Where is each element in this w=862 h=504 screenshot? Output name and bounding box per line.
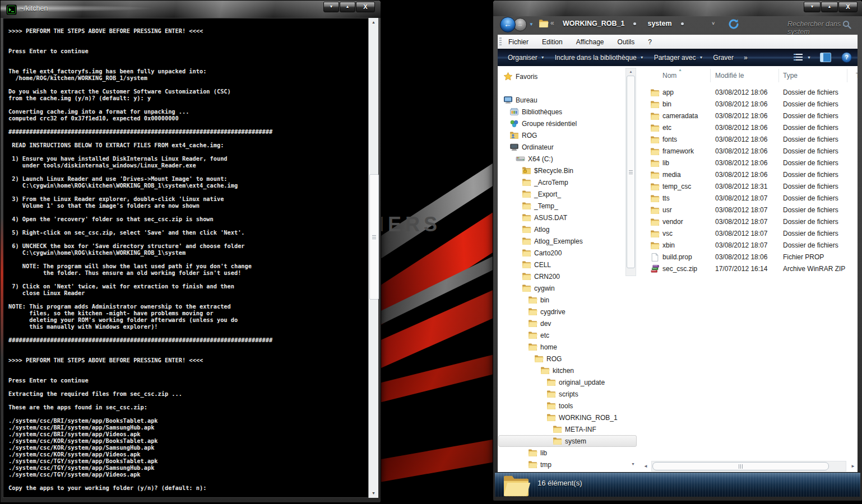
- horizontal-scrollbar[interactable]: ◄ ►: [643, 461, 855, 471]
- tree-item-ordinateur[interactable]: Ordinateur: [498, 141, 624, 153]
- column-header-modified[interactable]: Modifié le: [715, 72, 744, 80]
- preview-pane-icon[interactable]: [820, 53, 831, 62]
- column-separator[interactable]: [778, 69, 779, 82]
- tree-item-cell[interactable]: CELL: [498, 259, 624, 270]
- column-separator[interactable]: [710, 69, 711, 82]
- scroll-down-icon[interactable]: ▼: [369, 489, 378, 498]
- breadcrumb-separator-icon[interactable]: [681, 22, 684, 25]
- tree-item-bin[interactable]: bin: [498, 294, 624, 306]
- tree-item-tools[interactable]: tools: [498, 400, 624, 412]
- menu-item-edition[interactable]: Edition: [535, 38, 569, 46]
- tree-item-atlog-exemples[interactable]: Atlog_Exemples: [498, 235, 624, 247]
- tree-item-lib[interactable]: lib: [498, 447, 624, 459]
- tree-item-groupe-r-sidentiel[interactable]: Groupe résidentiel: [498, 118, 624, 129]
- close-button[interactable]: X: [838, 2, 858, 12]
- tree-item-etc[interactable]: etc: [498, 329, 624, 341]
- column-header-name[interactable]: Nom: [662, 72, 676, 80]
- refresh-icon[interactable]: [727, 18, 740, 32]
- tree-item-cygdrive[interactable]: cygdrive: [498, 306, 624, 318]
- address-dropdown-icon[interactable]: ˅: [712, 21, 715, 26]
- file-row-vendor[interactable]: vendor03/08/2012 18:07Dossier de fichier…: [643, 216, 858, 228]
- tree-item-x64-c-[interactable]: X64 (C:): [498, 153, 624, 165]
- file-row-xbin[interactable]: xbin03/08/2012 18:07Dossier de fichiers: [643, 240, 858, 251]
- scroll-up-icon[interactable]: ▲: [626, 67, 636, 76]
- horizontal-scrollbar-track[interactable]: [651, 461, 846, 472]
- terminal-screen[interactable]: >>>> PERFORM THE STEPS ABOVE BEFORE PRES…: [3, 18, 369, 498]
- file-row-bin[interactable]: bin03/08/2012 18:06Dossier de fichiers: [643, 99, 858, 110]
- scroll-right-icon[interactable]: ►: [851, 464, 855, 469]
- tree-scrollbar-thumb[interactable]: [627, 76, 635, 268]
- scroll-down-icon[interactable]: ▼: [631, 462, 635, 466]
- file-row-tts[interactable]: tts03/08/2012 18:07Dossier de fichiers: [643, 193, 858, 204]
- file-row-temp-csc[interactable]: temp_csc03/08/2012 18:31Dossier de fichi…: [643, 181, 858, 193]
- breadcrumb-separator-icon[interactable]: [633, 22, 636, 25]
- tree-item--recycle-bin[interactable]: $Recycle.Bin: [498, 165, 624, 176]
- file-row-media[interactable]: media03/08/2012 18:06Dossier de fichiers: [643, 169, 858, 181]
- view-dropdown-icon[interactable]: ▼: [807, 55, 811, 59]
- search-box[interactable]: Rechercher dans : system: [757, 17, 855, 32]
- terminal-titlebar[interactable]: ~/kitchen ▼ ▲ X: [1, 1, 381, 18]
- toolbar-button[interactable]: Graver: [713, 54, 734, 62]
- minimize-button[interactable]: ▼: [804, 2, 821, 12]
- tree-item-biblioth-ques[interactable]: Bibliothèques: [498, 106, 624, 118]
- tree-item-bureau[interactable]: Bureau: [498, 94, 624, 106]
- tree-item--acrotemp[interactable]: _AcroTemp: [498, 176, 624, 188]
- tree-item-original-update[interactable]: original_update: [498, 376, 624, 388]
- file-row-vsc[interactable]: vsc03/08/2012 18:07Dossier de fichiers: [643, 228, 858, 240]
- tree-item-favoris[interactable]: Favoris: [498, 71, 624, 82]
- breadcrumb-overflow-chevron[interactable]: «: [550, 19, 554, 27]
- menu-item-fichier[interactable]: Fichier: [502, 38, 535, 46]
- tree-item-scripts[interactable]: scripts: [498, 388, 624, 400]
- back-button[interactable]: ←: [500, 17, 516, 32]
- toolbar-button[interactable]: Inclure dans la bibliothèque▼: [555, 54, 644, 62]
- tree-item-tmp[interactable]: tmp: [498, 459, 624, 470]
- tree-item-rog[interactable]: ROG: [498, 353, 624, 365]
- scroll-up-icon[interactable]: ▲: [369, 18, 378, 27]
- tree-item--export-[interactable]: _Export_: [498, 188, 624, 200]
- tree-item-meta-inf[interactable]: META-INF: [498, 423, 624, 435]
- file-row-usr[interactable]: usr03/08/2012 18:07Dossier de fichiers: [643, 204, 858, 216]
- tree-item-dev[interactable]: dev: [498, 318, 624, 329]
- tree-item-carto200[interactable]: Carto200: [498, 247, 624, 259]
- scroll-left-icon[interactable]: ◄: [643, 464, 648, 469]
- toolbar-button[interactable]: »: [744, 54, 748, 62]
- tree-item-home[interactable]: home: [498, 341, 624, 353]
- maximize-button[interactable]: ▲: [821, 2, 838, 12]
- search-icon[interactable]: [842, 20, 852, 32]
- file-row-sec-csc-zip[interactable]: sec_csc.zip17/07/2012 16:14Archive WinRA…: [643, 263, 858, 275]
- file-row-etc[interactable]: etc03/08/2012 18:06Dossier de fichiers: [643, 122, 858, 134]
- breadcrumb-item[interactable]: system: [644, 20, 675, 27]
- minimize-button[interactable]: ▼: [323, 2, 339, 12]
- file-row-cameradata[interactable]: cameradata03/08/2012 18:06Dossier de fic…: [643, 110, 858, 122]
- column-header-type[interactable]: Type: [783, 72, 798, 80]
- toolbar-button[interactable]: Organiser▼: [508, 54, 545, 62]
- file-row-framework[interactable]: framework03/08/2012 18:06Dossier de fich…: [643, 146, 858, 157]
- file-row-build-prop[interactable]: build.prop03/08/2012 18:06Fichier PROP: [643, 251, 858, 263]
- maximize-button[interactable]: ▲: [340, 2, 355, 12]
- help-icon[interactable]: ?: [841, 52, 852, 63]
- close-button[interactable]: X: [356, 2, 375, 12]
- menu-item-outils[interactable]: Outils: [611, 38, 642, 46]
- tree-item--temp-[interactable]: _Temp_: [498, 200, 624, 212]
- file-row-fonts[interactable]: fonts03/08/2012 18:06Dossier de fichiers: [643, 134, 858, 146]
- breadcrumb-item[interactable]: WORKING_ROB_1: [559, 20, 628, 27]
- column-header-size[interactable]: Taille: [856, 72, 858, 80]
- tree-item-system[interactable]: system: [498, 435, 624, 447]
- toolbar-button[interactable]: Partager avec▼: [654, 54, 703, 62]
- tree-item-kitchen[interactable]: kitchen: [498, 365, 624, 376]
- column-separator[interactable]: [847, 69, 847, 82]
- tree-item-crn200[interactable]: CRN200: [498, 270, 624, 282]
- file-row-lib[interactable]: lib03/08/2012 18:06Dossier de fichiers: [643, 157, 858, 169]
- tree-item-cygwin[interactable]: cygwin: [498, 282, 624, 294]
- terminal-scrollbar-thumb[interactable]: [369, 174, 379, 300]
- change-view-icon[interactable]: [794, 54, 803, 62]
- menu-item-[interactable]: ?: [641, 38, 659, 46]
- tree-item-working-rob-1[interactable]: WORKING_ROB_1: [498, 412, 624, 423]
- menu-item-affichage[interactable]: Affichage: [569, 38, 611, 46]
- history-dropdown-icon[interactable]: ▼: [529, 22, 534, 27]
- tree-item-asus-dat[interactable]: ASUS.DAT: [498, 212, 624, 223]
- tree-scrollbar[interactable]: ▲: [625, 68, 636, 276]
- file-row-app[interactable]: app03/08/2012 18:06Dossier de fichiers: [643, 87, 858, 99]
- tree-item-rog[interactable]: ROG: [498, 129, 624, 141]
- horizontal-scrollbar-thumb[interactable]: [652, 462, 829, 470]
